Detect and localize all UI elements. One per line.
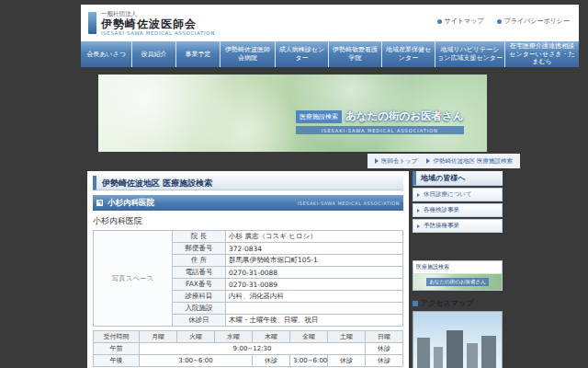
schedule-table: 受付時間 月曜 火曜 水曜 木曜 金曜 土曜 日曜 午前 9:00~12:30 … [93, 330, 403, 367]
detail-label: 住 所 [173, 255, 226, 267]
hero-title: あなたの街のお医者さん [345, 109, 464, 123]
arrow-icon [417, 193, 420, 197]
schedule-cell: 休診 [253, 355, 290, 367]
bullet-icon [437, 19, 442, 24]
org-name: 伊勢崎佐波医師会 [101, 18, 215, 30]
sidebar-item-label: 各種検診事業 [424, 206, 459, 214]
main-row: 伊勢崎佐波地区 医療施設検索 小杉内科医院 ISESAKI-SAWA MEDIC… [81, 171, 579, 368]
hero-badge: 医療施設検索 [296, 110, 342, 123]
sitemap-link[interactable]: サイトマップ [437, 17, 484, 26]
detail-label: 診療科目 [173, 291, 226, 303]
nav-item-hospital[interactable]: 伊勢崎佐波医師会病院 [220, 41, 276, 67]
detail-label: 休診日 [173, 315, 226, 327]
breadcrumb-home-link[interactable]: 医師会トップ [381, 157, 417, 166]
detail-value: 内科、消化器内科 [226, 291, 403, 303]
sidebar-item-holiday-care[interactable]: 休日診療について [413, 188, 503, 201]
privacy-link-label: プライバシーポリシー [504, 17, 570, 26]
nav-item-occupational-health[interactable]: 地域産業保健センター [382, 41, 435, 67]
main-nav: 会長あいさつ 役員紹介 事業予定 伊勢崎佐波医師会病院 成人病検診センター 伊勢… [81, 41, 579, 67]
schedule-cell: 休診 [366, 355, 403, 367]
clinic-title-bar: 小杉内科医院 ISESAKI-SAWA MEDICAL ASSOCIATION [93, 195, 403, 211]
privacy-policy-link[interactable]: プライバシーポリシー [497, 17, 570, 26]
clinic-bar-title: 小杉内科医院 [107, 198, 298, 209]
detail-value [226, 303, 403, 315]
schedule-row-label: 午後 [94, 355, 140, 367]
detail-value: 小杉 廣志（コスギ ヒロシ） [226, 231, 403, 243]
building-shape [447, 330, 463, 368]
building-shape [481, 336, 496, 368]
schedule-row-label: 午前 [94, 343, 140, 355]
nav-item-home-care-center[interactable]: 在宅医療介護連携相談センターいせさき・たまむら [505, 41, 579, 67]
access-map-image [413, 311, 503, 368]
building-shape [434, 347, 443, 368]
nav-item-business-plan[interactable]: 事業予定 [176, 41, 220, 67]
hero-image: 医療施設検索 あなたの街のお医者さん ISESAKI-SAWA MEDICAL … [98, 75, 487, 152]
site-container: 一般社団法人 伊勢崎佐波医師会 ISESAKI-SAWA MEDICAL ASS… [81, 5, 579, 368]
banner-label: 医療施設検索 [413, 261, 502, 274]
nav-item-nursing-school[interactable]: 伊勢崎敬愛看護学院 [329, 41, 382, 67]
clinic-details-table: 写真スペース 院 長 小杉 廣志（コスギ ヒロシ） 郵便番号 372-0834 … [93, 230, 403, 327]
org-name-en: ISESAKI-SAWA MEDICAL ASSOCIATION [101, 30, 215, 36]
table-row: 写真スペース 院 長 小杉 廣志（コスギ ヒロシ） [94, 231, 403, 243]
schedule-header: 受付時間 [94, 331, 140, 343]
schedule-cell: 3:00~6:00 [140, 355, 253, 367]
nav-item-officers[interactable]: 役員紹介 [132, 41, 176, 67]
banner-image: あなたの街のお医者さん [413, 274, 502, 290]
clinic-bar-icon [96, 200, 103, 206]
sidebar-item-screening[interactable]: 各種検診事業 [413, 203, 503, 217]
logo-mark-icon [88, 12, 96, 34]
hero-section: 医療施設検索 あなたの街のお医者さん ISESAKI-SAWA MEDICAL … [81, 67, 579, 152]
clinic-name: 小杉内科医院 [93, 215, 403, 227]
schedule-row-pm: 午後 3:00~6:00 休診 3:00~6:00 休診 休診 [94, 355, 403, 367]
hero-subtitle: ISESAKI-SAWA MEDICAL ASSOCIATION [296, 126, 464, 134]
detail-value: 群馬県伊勢崎市堀口町105-1 [226, 255, 403, 267]
breadcrumb-arrow-icon [375, 158, 379, 164]
schedule-header: 月曜 [140, 331, 177, 343]
schedule-header: 水曜 [215, 331, 253, 343]
schedule-header: 木曜 [253, 331, 290, 343]
schedule-header: 金曜 [290, 331, 328, 343]
schedule-cell: 3:00~6:00 [290, 355, 328, 367]
breadcrumb-strip: 医師会トップ 伊勢崎佐波地区 医療施設検索 [81, 154, 579, 168]
detail-value: 372-0834 [226, 243, 403, 255]
sidebar: 地域の皆様へ 休日診療について 各種検診事業 予防接種事業 医療施設検索 あなた… [413, 171, 503, 368]
breadcrumb-arrow-icon [426, 158, 430, 164]
detail-label: 院 長 [173, 231, 226, 243]
schedule-header: 土曜 [328, 331, 366, 343]
sitemap-link-label: サイトマップ [445, 17, 484, 26]
schedule-header: 火曜 [177, 331, 215, 343]
sidebar-item-vaccination[interactable]: 予防接種事業 [413, 219, 503, 233]
content-panel: 伊勢崎佐波地区 医療施設検索 小杉内科医院 ISESAKI-SAWA MEDIC… [87, 171, 409, 368]
access-map-heading: アクセスマップ [413, 298, 503, 308]
nav-item-checkup-center[interactable]: 成人病検診センター [276, 41, 329, 67]
schedule-header-row: 受付時間 月曜 火曜 水曜 木曜 金曜 土曜 日曜 [94, 331, 403, 343]
schedule-cell: 9:00~12:30 [140, 343, 366, 355]
facility-search-banner[interactable]: 医療施設検索 あなたの街のお医者さん [413, 260, 503, 291]
banner-text: あなたの街のお医者さん [426, 278, 489, 286]
detail-value: 0270-31-0088 [226, 267, 403, 279]
hero-overlay: 医療施設検索 あなたの街のお医者さん ISESAKI-SAWA MEDICAL … [296, 109, 464, 134]
schedule-row-am: 午前 9:00~12:30 休診 [94, 343, 403, 355]
detail-label: 郵便番号 [173, 243, 226, 255]
access-map-label: アクセスマップ [421, 298, 473, 308]
schedule-cell: 休診 [328, 355, 366, 367]
clinic-bar-en: ISESAKI-SAWA MEDICAL ASSOCIATION [298, 201, 400, 206]
building-shape [467, 343, 478, 368]
nav-item-greeting[interactable]: 会長あいさつ [81, 41, 132, 67]
sidebar-item-label: 予防接種事業 [424, 222, 459, 230]
photo-space: 写真スペース [94, 231, 173, 327]
building-shape [417, 338, 430, 368]
schedule-cell: 休診 [366, 343, 403, 355]
breadcrumb-current-link[interactable]: 伊勢崎佐波地区 医療施設検索 [433, 157, 513, 166]
bullet-icon [497, 19, 502, 24]
utility-links: サイトマップ プライバシーポリシー [437, 17, 570, 26]
arrow-icon [417, 209, 420, 213]
detail-value: 木曜・土曜午後、日曜、祝日 [226, 315, 403, 327]
arrow-icon [417, 224, 420, 228]
site-logo[interactable]: 一般社団法人 伊勢崎佐波医師会 ISESAKI-SAWA MEDICAL ASS… [88, 10, 215, 36]
nav-item-rehabilitation-center[interactable]: 地域リハビリテーション広域支援センター [435, 41, 505, 67]
site-header: 一般社団法人 伊勢崎佐波医師会 ISESAKI-SAWA MEDICAL ASS… [81, 5, 579, 41]
page-title: 伊勢崎佐波地区 医療施設検索 [93, 176, 403, 190]
sidebar-item-label: 休日診療について [424, 190, 472, 199]
detail-value: 0270-31-0089 [226, 279, 403, 291]
